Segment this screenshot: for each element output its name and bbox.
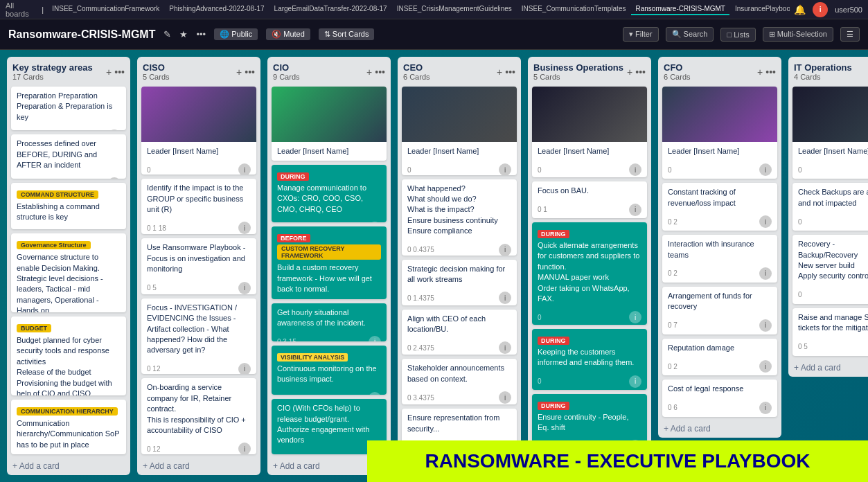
card-info-icon[interactable]: i (369, 222, 381, 222)
cards-container: Leader [Insert Name]0iFocus on BAU.0 1iD… (528, 84, 651, 457)
card[interactable]: Cost of legal response0 6i (662, 380, 777, 416)
card[interactable]: DURINGKeeping the customers informed and… (532, 329, 647, 389)
card[interactable]: Leader [Insert Name]0i (792, 87, 868, 179)
edit-icon[interactable]: ✎ (163, 29, 171, 39)
card[interactable]: Stakeholder announcements based on conte… (402, 359, 517, 404)
card-info-icon[interactable]: i (629, 204, 641, 216)
card[interactable]: Leader [Insert Name]0i (662, 87, 777, 179)
add-card-button[interactable]: + Add a card (658, 420, 781, 438)
card-info-icon[interactable]: i (759, 319, 772, 332)
card[interactable]: DURINGQuick alternate arrangements for c… (532, 222, 647, 325)
card-info-icon[interactable]: i (238, 222, 251, 234)
card[interactable]: Get hourly situational awareness of the … (272, 303, 387, 341)
card-meta: 0 (277, 394, 364, 395)
card-info-icon[interactable]: i (759, 163, 772, 176)
add-card-icon[interactable]: + (757, 66, 763, 78)
card[interactable]: Processes defined over BEFORE, DURING an… (11, 134, 126, 178)
column-menu-icon[interactable]: ••• (114, 66, 125, 78)
add-card-button[interactable]: + Add a card (137, 457, 260, 475)
card[interactable]: Reputation damage0 2i (662, 339, 777, 375)
multi-selection-button[interactable]: ⊞ Multi-Selection (763, 27, 833, 42)
card-info-icon[interactable]: i (759, 402, 772, 414)
card-info-icon[interactable]: i (499, 341, 511, 354)
menu-button[interactable]: ☰ (840, 27, 860, 42)
card[interactable]: Interaction with insurance teams0 2i (662, 235, 777, 283)
card-info-icon[interactable]: i (499, 391, 511, 404)
card-info-icon[interactable]: i (499, 244, 511, 256)
card[interactable]: Focus - INVESTIGATION / EVIDENCING the I… (141, 298, 256, 375)
card-info-icon[interactable]: i (238, 163, 251, 175)
card[interactable]: BEFORECUSTOM RECOVERY FRAMEWORKBuild a c… (272, 226, 387, 298)
notifications-icon[interactable]: 🔔 (794, 4, 806, 15)
avatar[interactable]: i (813, 2, 828, 17)
add-card-button[interactable]: + Add a card (788, 359, 868, 377)
card-info-icon[interactable]: i (759, 215, 772, 228)
card[interactable]: Preparation Preparation Preparation & Pr… (11, 87, 126, 130)
column-menu-icon[interactable]: ••• (505, 66, 515, 78)
card[interactable]: Raise and manage SIRM tickets for the mi… (792, 308, 868, 356)
card-info-icon[interactable]: i (629, 163, 641, 176)
add-card-icon[interactable]: + (497, 66, 502, 78)
card[interactable]: Leader [Insert Name]0i (402, 87, 517, 175)
card-info-icon[interactable]: i (369, 392, 381, 395)
column-menu-icon[interactable]: ••• (245, 66, 255, 78)
all-boards-link[interactable]: All boards (6, 1, 37, 18)
card[interactable]: Strategic decision making for all work s… (402, 260, 517, 305)
card[interactable]: BUDGETBudget planned for cyber security … (11, 316, 126, 395)
nav-tab[interactable]: INSEE_CommunicationFramework (48, 3, 163, 15)
nav-tab[interactable]: INSEE_CrisisManagementGuidelines (393, 3, 516, 15)
card-info-icon[interactable]: i (108, 130, 121, 130)
lists-button[interactable]: □ Lists (720, 28, 755, 42)
add-card-icon[interactable]: + (627, 66, 632, 78)
card[interactable]: Identify if the impact is to the GROUP o… (141, 179, 256, 234)
card[interactable]: Governance StructureGovernance structure… (11, 233, 126, 312)
card-info-icon[interactable]: i (499, 163, 511, 175)
add-card-icon[interactable]: + (366, 66, 372, 78)
card[interactable]: Use Ransomware Playbook - Focus is on in… (141, 238, 256, 294)
card[interactable]: Recovery - Backup/Recovery New server bu… (792, 235, 868, 304)
card[interactable]: Check Backups are available and not impa… (792, 183, 868, 231)
add-card-button[interactable]: + Add a card (7, 457, 130, 475)
card[interactable]: Constant tracking of revenue/loss impact… (662, 183, 777, 231)
card-info-icon[interactable]: i (759, 360, 772, 373)
nav-tab[interactable]: InsurancePlaybook (731, 3, 790, 15)
card[interactable]: Leader [Insert Name]0i (532, 87, 647, 177)
card[interactable]: DURINGManage communication to CXOs: CRO,… (272, 165, 387, 223)
card[interactable]: What happened? What should we do? What i… (402, 179, 517, 256)
card-info-icon[interactable]: i (759, 267, 772, 280)
more-icon[interactable]: ••• (196, 29, 206, 39)
star-icon[interactable]: ★ (179, 29, 188, 39)
card[interactable]: Leader [Insert Name]0i (141, 87, 256, 175)
add-card-icon[interactable]: + (106, 66, 112, 78)
card-info-icon[interactable]: i (629, 375, 641, 388)
card-info-icon[interactable]: i (369, 336, 381, 341)
card[interactable]: COMMUNICATION HIERARCHYCommunication hie… (11, 400, 126, 454)
nav-tab[interactable]: LargeEmailDataTransfer-2022-08-17 (270, 3, 391, 15)
card-info-icon[interactable]: i (499, 292, 511, 304)
card[interactable]: On-boarding a service company for IR, Re… (141, 378, 256, 454)
card[interactable]: Focus on BAU.0 1i (532, 181, 647, 218)
card[interactable]: Leader [Insert Name]0i (272, 87, 387, 161)
nav-tab[interactable]: PhishingAdvanced-2022-08-17 (165, 3, 268, 15)
column-count: 9 Cards (273, 73, 364, 81)
card-info-icon[interactable]: i (108, 177, 121, 178)
filter-button[interactable]: ▾ Filter (623, 27, 659, 42)
card-meta: 0 2 (668, 363, 755, 371)
add-card-icon[interactable]: + (236, 66, 242, 78)
search-button[interactable]: 🔍 Search (666, 27, 714, 42)
column-menu-icon[interactable]: ••• (765, 66, 776, 78)
board-header: Ransomware-CRISIS-MGMT ✎ ★ ••• 🌐 Public … (0, 19, 868, 50)
card[interactable]: Align with CEO of each location/BU.0 2.4… (402, 310, 517, 355)
column-menu-icon[interactable]: ••• (375, 66, 385, 78)
nav-tab[interactable]: INSEE_CommunicationTemplates (517, 3, 630, 15)
card[interactable]: COMMAND STRUCTUREEstablishing a command … (11, 183, 126, 230)
card-info-icon[interactable]: i (238, 363, 251, 375)
card-info-icon[interactable]: i (629, 311, 641, 323)
card-meta: 0 5 (147, 284, 234, 292)
card[interactable]: VISIBILITY ANALYSISContinuous monitoring… (272, 346, 387, 395)
column-menu-icon[interactable]: ••• (635, 66, 646, 78)
card-info-icon[interactable]: i (238, 443, 251, 454)
card[interactable]: Arrangement of funds for recovery0 7i (662, 287, 777, 334)
nav-tab[interactable]: Ransomware-CRISIS-MGMT (631, 3, 729, 15)
card-info-icon[interactable]: i (238, 282, 251, 294)
